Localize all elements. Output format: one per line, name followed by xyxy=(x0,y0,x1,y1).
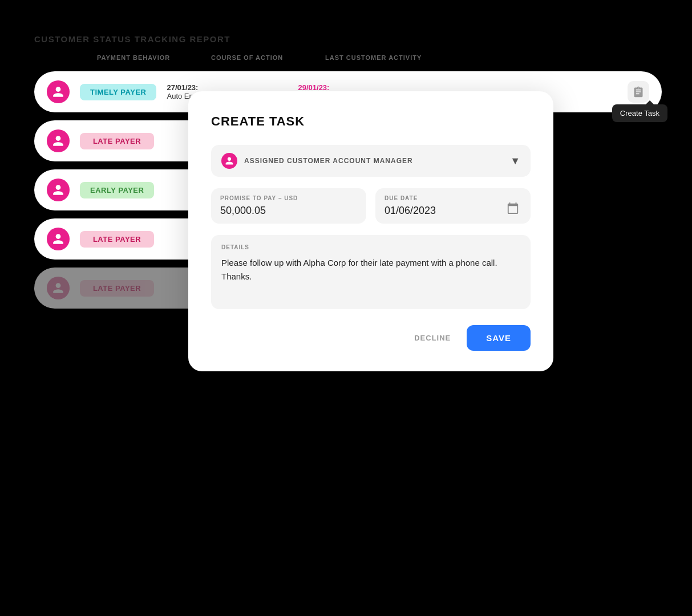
col-header-payment: PAYMENT BEHAVIOR xyxy=(97,54,211,61)
avatar xyxy=(47,179,70,201)
promise-to-pay-value: 50,000.05 xyxy=(220,205,357,217)
assignee-avatar-icon xyxy=(221,153,237,169)
payer-badge-late-faded: LATE PAYER xyxy=(80,280,154,297)
due-date-label: DUE DATE xyxy=(385,195,499,201)
chevron-down-icon: ▼ xyxy=(510,155,520,167)
details-text: Please follow up with Alpha Corp for the… xyxy=(221,256,520,283)
payer-badge-timely: TIMELY PAYER xyxy=(80,84,156,100)
details-label: DETAILS xyxy=(221,244,520,250)
details-field[interactable]: DETAILS Please follow up with Alpha Corp… xyxy=(211,235,531,309)
col-header-course: COURSE OF ACTION xyxy=(211,54,325,61)
promise-to-pay-label: PROMISE TO PAY – USD xyxy=(220,195,357,201)
avatar xyxy=(47,80,70,103)
col-header-activity: LAST CUSTOMER ACTIVITY xyxy=(325,54,451,61)
avatar xyxy=(47,129,70,152)
payer-badge-late: LATE PAYER xyxy=(80,231,154,248)
report-title: CUSTOMER STATUS TRACKING REPORT xyxy=(34,34,662,44)
due-date-value: 01/06/2023 xyxy=(385,205,499,217)
assignee-dropdown[interactable]: ASSIGNED CUSTOMER ACCOUNT MANAGER ▼ xyxy=(211,145,531,177)
avatar xyxy=(47,277,70,299)
modal-title: CREATE TASK xyxy=(211,114,531,129)
save-button[interactable]: SAVE xyxy=(467,325,531,351)
due-date-field[interactable]: DUE DATE 01/06/2023 xyxy=(375,188,531,224)
create-task-button[interactable] xyxy=(628,81,649,103)
promise-to-pay-field[interactable]: PROMISE TO PAY – USD 50,000.05 xyxy=(211,188,366,224)
create-task-modal: CREATE TASK ASSIGNED CUSTOMER ACCOUNT MA… xyxy=(188,91,553,371)
payer-badge-early: EARLY PAYER xyxy=(80,182,154,198)
create-task-tooltip: Create Task xyxy=(612,104,667,122)
calendar-icon xyxy=(504,200,521,217)
avatar xyxy=(47,228,70,250)
assignee-label: ASSIGNED CUSTOMER ACCOUNT MANAGER xyxy=(244,157,503,165)
decline-button[interactable]: DECLINE xyxy=(414,334,451,342)
payer-badge-late: LATE PAYER xyxy=(80,133,154,149)
